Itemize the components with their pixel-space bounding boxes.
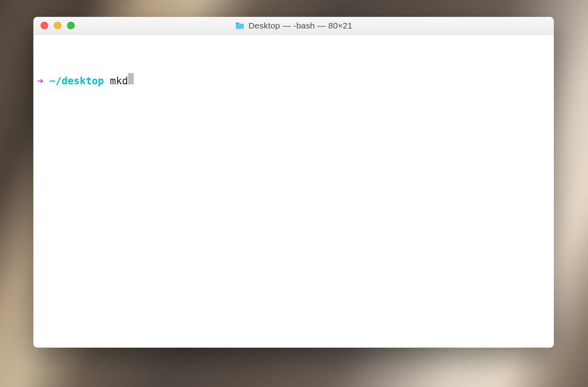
- terminal-body[interactable]: ➜ ~/desktop mkd: [33, 35, 554, 348]
- cursor: [128, 73, 134, 84]
- titlebar[interactable]: Desktop — -bash — 80×21: [33, 17, 554, 35]
- title-center: Desktop — -bash — 80×21: [33, 21, 554, 31]
- folder-icon: [235, 22, 245, 30]
- window-title: Desktop — -bash — 80×21: [249, 21, 353, 31]
- prompt-line: ➜ ~/desktop mkd: [37, 73, 550, 88]
- close-button[interactable]: [41, 22, 48, 29]
- prompt-arrow-icon: ➜: [37, 74, 43, 88]
- prompt-path: ~/desktop: [49, 74, 104, 88]
- minimize-button[interactable]: [54, 22, 61, 29]
- maximize-button[interactable]: [67, 22, 75, 29]
- terminal-window: Desktop — -bash — 80×21 ➜ ~/desktop mkd: [33, 17, 554, 348]
- traffic-lights: [33, 22, 75, 29]
- command-input[interactable]: mkd: [110, 74, 128, 88]
